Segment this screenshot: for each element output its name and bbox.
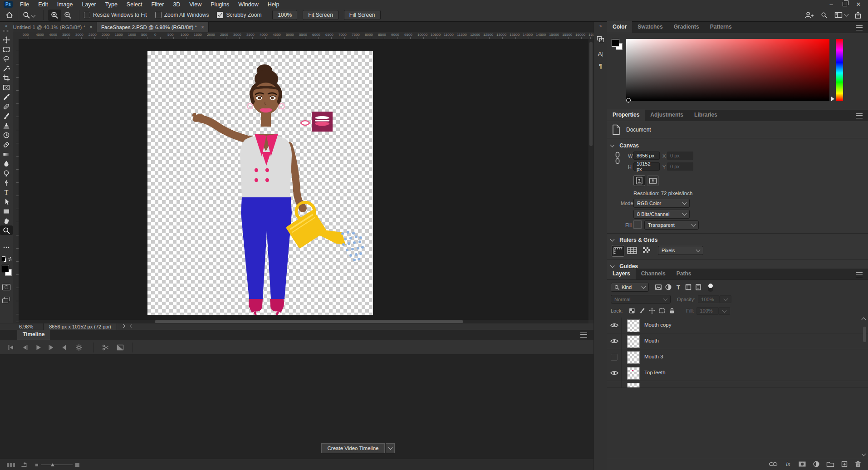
add-mask-icon[interactable]	[798, 461, 806, 467]
link-dimensions-icon[interactable]	[614, 152, 621, 164]
home-icon[interactable]	[5, 11, 13, 19]
paragraph-panel-icon[interactable]: ¶	[594, 63, 607, 69]
properties-panel-menu-icon[interactable]	[856, 113, 863, 118]
fill-dropdown[interactable]: Transparent	[644, 220, 699, 230]
move-tool-icon[interactable]	[0, 35, 13, 44]
brush-tool-icon[interactable]	[0, 111, 13, 121]
slider-thumb[interactable]	[51, 463, 54, 466]
layer-name[interactable]: Mouth 3	[644, 354, 663, 365]
layer-name[interactable]: Mouth copy	[644, 322, 671, 333]
100-button[interactable]: 100%	[272, 10, 297, 20]
timeline-zoom-out-icon[interactable]	[35, 464, 38, 466]
filter-shape-icon[interactable]	[685, 284, 692, 291]
section-collapse-icon[interactable]	[610, 143, 615, 147]
foreground-color-swatch[interactable]	[2, 265, 9, 272]
zoom-in-button[interactable]	[48, 10, 61, 21]
hand-tool-icon[interactable]	[0, 216, 13, 225]
zoom-level[interactable]: 6.98%	[19, 324, 33, 329]
checkbox-resize-windows-to-fit[interactable]: Resize Windows to Fit	[84, 12, 147, 18]
eraser-tool-icon[interactable]	[0, 140, 13, 149]
color-panel-menu-icon[interactable]	[856, 25, 863, 30]
bit-depth-dropdown[interactable]: 8 Bits/Channel	[633, 210, 690, 219]
visibility-toggle[interactable]	[607, 318, 622, 333]
status-expand-icon[interactable]	[121, 324, 125, 328]
layer-thumbnail[interactable]	[627, 335, 640, 348]
artboard-panel-icon[interactable]	[597, 36, 604, 42]
toolbar-collapse-icon[interactable]: »	[0, 24, 13, 28]
adjustment-layer-icon[interactable]	[813, 460, 820, 468]
zoom-tool-icon[interactable]	[23, 11, 30, 19]
scrollbar-thumb[interactable]	[155, 320, 463, 323]
checkbox-zoom-all-windows[interactable]: Zoom All Windows	[155, 12, 209, 18]
tab-timeline[interactable]: Timeline	[17, 330, 50, 340]
menu-filter[interactable]: Filter	[147, 1, 169, 8]
layer-thumbnail[interactable]	[627, 383, 640, 388]
tab-layers[interactable]: Layers	[607, 268, 636, 279]
unchecked-checkbox-icon[interactable]	[84, 12, 90, 18]
filter-type-icon[interactable]: T	[675, 284, 682, 291]
menu-layer[interactable]: Layer	[77, 1, 100, 8]
gradient-tool-icon[interactable]	[0, 149, 13, 159]
dodge-tool-icon[interactable]	[0, 168, 13, 178]
fill-dropdown-icon[interactable]	[718, 307, 730, 315]
transition-icon[interactable]	[117, 344, 124, 351]
menu-plugins[interactable]: Plugins	[206, 1, 234, 8]
history-brush-tool-icon[interactable]	[0, 130, 13, 140]
tab-libraries[interactable]: Libraries	[689, 109, 723, 121]
delete-layer-icon[interactable]	[854, 460, 862, 468]
next-frame-icon[interactable]	[48, 344, 55, 351]
layer-filter-dropdown[interactable]: Kind	[611, 283, 649, 292]
color-picker-marker[interactable]	[626, 98, 631, 103]
marquee-tool-icon[interactable]	[0, 44, 13, 54]
orientation-landscape-button[interactable]	[647, 175, 659, 186]
lock-position-icon[interactable]	[649, 308, 655, 314]
rulers-grids-section-title[interactable]: Rulers & Grids	[619, 237, 657, 243]
document-tab[interactable]: Untitled-1 @ 40.1% (RGB/8#) *×	[9, 22, 97, 32]
quick-select-tool-icon[interactable]	[0, 64, 13, 73]
tab-patterns[interactable]: Patterns	[705, 21, 737, 33]
vertical-scrollbar[interactable]	[588, 39, 593, 320]
tab-properties[interactable]: Properties	[607, 109, 645, 121]
tab-paths[interactable]: Paths	[671, 268, 697, 279]
menu-select[interactable]: Select	[122, 1, 147, 8]
opacity-field[interactable]: 100%	[698, 295, 720, 303]
foreground-background-swatches[interactable]	[2, 265, 12, 276]
tab-channels[interactable]: Channels	[636, 268, 671, 279]
ruler-corner[interactable]	[13, 32, 19, 39]
fill-field[interactable]: 100%	[696, 307, 718, 315]
character-panel-icon[interactable]: A|	[594, 50, 607, 57]
account-icon[interactable]	[804, 11, 814, 19]
menu-image[interactable]: Image	[53, 1, 78, 8]
play-icon[interactable]	[34, 344, 42, 351]
layer-thumbnail[interactable]	[627, 319, 640, 332]
frame-tool-icon[interactable]	[0, 83, 13, 92]
timeline-type-dropdown[interactable]	[386, 443, 395, 453]
tab-adjustments[interactable]: Adjustments	[645, 109, 689, 121]
filter-smart-object-icon[interactable]	[695, 284, 702, 291]
create-video-timeline-button[interactable]: Create Video Timeline	[321, 443, 385, 453]
rectangle-tool-icon[interactable]	[0, 206, 13, 216]
ruler-horizontal[interactable]: 0004500400035003000250020001500100050005…	[19, 32, 593, 39]
menu-3d[interactable]: 3D	[168, 1, 185, 8]
color-fg-bg-swatches[interactable]	[612, 39, 623, 51]
layers-scrollbar-thumb[interactable]	[863, 327, 866, 342]
menu-type[interactable]: Type	[101, 1, 122, 8]
layers-panel-menu-icon[interactable]	[856, 272, 863, 277]
previous-frame-icon[interactable]	[21, 344, 28, 351]
y-field[interactable]: 0 px	[667, 162, 693, 171]
menu-file[interactable]: File	[15, 1, 34, 8]
canvas-area[interactable]	[19, 39, 588, 320]
lock-frame-icon[interactable]	[659, 308, 665, 314]
visibility-toggle[interactable]	[607, 381, 622, 387]
section-collapse-icon[interactable]	[610, 237, 615, 242]
new-layer-icon[interactable]	[841, 460, 848, 468]
x-field[interactable]: 0 px	[667, 152, 693, 160]
tab-swatches[interactable]: Swatches	[632, 21, 668, 33]
swap-colors-icon[interactable]	[7, 257, 13, 261]
tab-color[interactable]: Color	[607, 21, 632, 33]
menu-help[interactable]: Help	[263, 1, 284, 8]
quick-mask-icon[interactable]	[2, 284, 10, 290]
section-collapse-icon[interactable]	[610, 264, 615, 268]
minimize-button[interactable]: –	[824, 1, 838, 8]
close-button[interactable]: ✕	[852, 1, 865, 8]
